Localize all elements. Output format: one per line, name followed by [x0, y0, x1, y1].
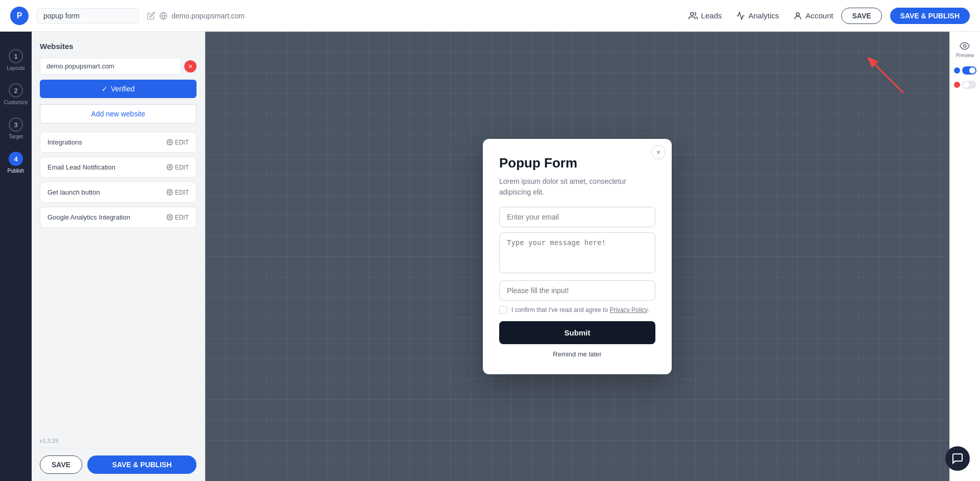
leads-icon: [689, 11, 698, 20]
step-layouts[interactable]: 1 Layouts: [0, 44, 32, 76]
preview-label: Preview: [956, 53, 974, 58]
get-launch-label: Get launch button: [47, 188, 100, 196]
integrations-edit-button[interactable]: EDIT: [166, 139, 189, 146]
remove-website-button[interactable]: ×: [184, 60, 197, 73]
gear-icon-2: [166, 164, 173, 171]
popup-message-textarea[interactable]: [499, 232, 655, 273]
step-2-label: Customize: [4, 100, 28, 105]
panel-content: Websites × ✓ Verified Add new website In…: [32, 32, 205, 436]
toggle-off-row: [951, 79, 979, 91]
preview-button[interactable]: Preview: [954, 37, 976, 62]
right-panel: Preview: [949, 32, 980, 481]
step-4-circle: 4: [9, 152, 23, 166]
status-dot-blue: [954, 67, 960, 74]
canvas-area: × Popup Form Lorem ipsum dolor sit amet,…: [205, 32, 949, 481]
svg-point-3: [796, 13, 799, 16]
status-dot-red: [954, 82, 960, 88]
email-lead-edit-label: EDIT: [175, 164, 189, 171]
step-target[interactable]: 3 Target: [0, 112, 32, 145]
svg-point-7: [169, 217, 170, 218]
gear-icon-4: [166, 214, 173, 221]
step-publish[interactable]: 4 Publish: [0, 147, 32, 179]
nav-account[interactable]: Account: [793, 11, 833, 20]
arrow-annotation: [868, 57, 909, 98]
analytics-label: Analytics: [748, 11, 779, 20]
privacy-checkbox[interactable]: [499, 306, 507, 314]
popup-remind-link[interactable]: Remind me later: [499, 350, 655, 358]
verified-button[interactable]: ✓ Verified: [40, 80, 197, 98]
get-launch-edit-label: EDIT: [175, 189, 189, 196]
header-url: demo.popupsmart.com: [172, 12, 244, 20]
header-nav: Leads Analytics Account: [689, 11, 833, 20]
get-launch-edit-button[interactable]: EDIT: [166, 189, 189, 196]
account-label: Account: [805, 11, 833, 20]
svg-point-10: [964, 45, 966, 47]
popup-submit-button[interactable]: Submit: [499, 321, 655, 344]
google-analytics-edit-label: EDIT: [175, 214, 189, 221]
account-icon: [793, 11, 802, 20]
close-icon: ×: [656, 148, 660, 156]
email-lead-edit-button[interactable]: EDIT: [166, 164, 189, 171]
footer-save-publish-button[interactable]: SAVE & PUBLISH: [87, 455, 197, 474]
footer-save-button[interactable]: SAVE: [40, 455, 82, 474]
step-sidebar: 1 Layouts 2 Customize 3 Target 4 Publish: [0, 32, 32, 481]
popup-title-input[interactable]: [37, 8, 139, 23]
edit-icon: [147, 12, 155, 20]
google-analytics-label: Google Analytics Integration: [47, 213, 130, 221]
step-2-circle: 2: [9, 83, 23, 98]
popup-description: Lorem ipsum dolor sit amet, consectetur …: [499, 176, 655, 198]
email-lead-label: Email Lead Notification: [47, 163, 115, 171]
integrations-label: Integrations: [47, 138, 82, 146]
toggle-off[interactable]: [962, 81, 976, 89]
globe-icon: [159, 12, 167, 20]
step-1-circle: 1: [9, 49, 23, 63]
url-display: demo.popupsmart.com: [147, 12, 244, 20]
check-icon: ✓: [102, 85, 108, 93]
popup-checkbox-row: I confirm that I've read and agree to Pr…: [499, 306, 655, 314]
panel-sidebar: Websites × ✓ Verified Add new website In…: [32, 32, 205, 481]
website-url-input[interactable]: [40, 58, 181, 75]
privacy-policy-link[interactable]: Privacy Policy: [609, 306, 647, 314]
add-website-button[interactable]: Add new website: [40, 104, 197, 124]
svg-point-4: [169, 141, 170, 143]
toggle-on[interactable]: [962, 66, 976, 75]
svg-point-2: [691, 12, 694, 15]
websites-title: Websites: [40, 42, 197, 51]
step-customize[interactable]: 2 Customize: [0, 78, 32, 110]
google-analytics-row[interactable]: Google Analytics Integration EDIT: [40, 207, 197, 228]
get-launch-row[interactable]: Get launch button EDIT: [40, 182, 197, 203]
panel-footer: SAVE SAVE & PUBLISH: [32, 448, 205, 481]
step-1-label: Layouts: [7, 65, 24, 71]
website-input-row: ×: [40, 58, 197, 75]
version-text: v1.3.29: [32, 436, 205, 448]
google-analytics-edit-button[interactable]: EDIT: [166, 214, 189, 221]
step-3-label: Target: [9, 134, 23, 139]
save-publish-button[interactable]: SAVE & PUBLISH: [890, 8, 970, 24]
nav-leads[interactable]: Leads: [689, 11, 722, 20]
toggle-on-row: [951, 64, 979, 77]
svg-line-9: [875, 65, 903, 93]
analytics-icon: [736, 11, 745, 20]
svg-point-5: [169, 166, 170, 168]
popup-fill-input[interactable]: [499, 280, 655, 301]
save-button[interactable]: SAVE: [841, 8, 881, 24]
app-logo: P: [10, 7, 29, 25]
nav-analytics[interactable]: Analytics: [736, 11, 779, 20]
integrations-edit-label: EDIT: [175, 139, 189, 146]
chat-icon: [951, 452, 964, 465]
popup-title: Popup Form: [499, 155, 655, 171]
step-3-circle: 3: [9, 117, 23, 132]
popup-modal: × Popup Form Lorem ipsum dolor sit amet,…: [483, 139, 672, 374]
email-lead-row[interactable]: Email Lead Notification EDIT: [40, 157, 197, 178]
gear-icon-3: [166, 189, 173, 196]
popup-close-button[interactable]: ×: [651, 145, 666, 159]
integrations-row[interactable]: Integrations EDIT: [40, 132, 197, 153]
header: P demo.popupsmart.com Leads Analytics: [0, 0, 980, 32]
gear-icon: [166, 139, 173, 146]
verified-label: Verified: [111, 85, 135, 93]
popup-email-input[interactable]: [499, 207, 655, 227]
svg-point-6: [169, 191, 170, 193]
eye-icon: [960, 41, 970, 51]
chat-widget[interactable]: [945, 446, 970, 471]
privacy-label: I confirm that I've read and agree to Pr…: [511, 306, 649, 314]
